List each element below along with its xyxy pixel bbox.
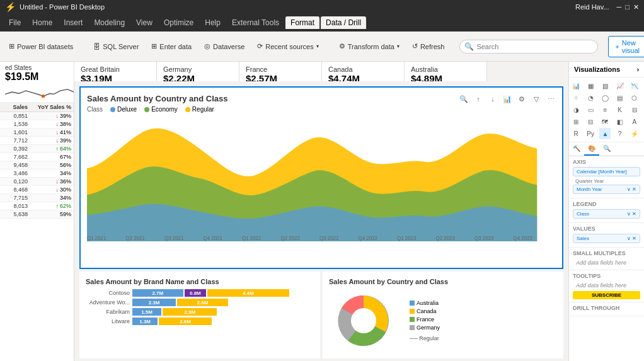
menu-item-modeling[interactable]: Modeling	[89, 16, 130, 29]
viz-icon-smart[interactable]: ⚡	[629, 128, 640, 139]
menu-item-data-drill[interactable]: Data / Drill	[321, 16, 366, 29]
viz-icon-slicer[interactable]: ⊟	[629, 104, 640, 115]
menu-item-format[interactable]: Format	[285, 16, 319, 29]
viz-icon-filled-map[interactable]: ◧	[614, 116, 626, 127]
sql-server-btn[interactable]: 🗄 SQL Server	[88, 40, 144, 53]
viz-icon-area-active[interactable]: ▲	[599, 128, 611, 139]
viz-icon-stacked-bar[interactable]: ▦	[585, 80, 596, 91]
transform-data-btn[interactable]: ⚙ Transform data ▾	[334, 40, 405, 53]
values-chevron[interactable]: ∨	[627, 236, 631, 241]
chart-more-btn[interactable]: ⋯	[544, 93, 557, 105]
country-card-gb[interactable]: Great Britain $3.19M	[74, 62, 157, 81]
svg-text:Q1 2022: Q1 2022	[242, 236, 262, 241]
area-chart-svg: Q1 2021 Q2 2021 Q3 2021 Q4 2021 Q1 2022 …	[87, 115, 556, 241]
refresh-btn[interactable]: ↺ Refresh	[407, 40, 450, 53]
legend-item-deluxe: Deluxe	[110, 106, 137, 113]
country-card-fr[interactable]: France $2.57M	[239, 62, 322, 81]
legend-label-economy: Economy	[151, 106, 178, 113]
chart-filter-btn[interactable]: ⚙	[515, 93, 528, 105]
viz-small-multiples-add[interactable]: Add data fields here	[573, 258, 640, 267]
pie-chart[interactable]: Sales Amount by Country and Class	[323, 272, 563, 358]
country-card-au-name: Australia	[411, 66, 480, 73]
bar-label: Contoso	[86, 290, 130, 296]
app-icon: ⚡	[5, 2, 16, 12]
viz-tab-format[interactable]: 🎨	[584, 142, 599, 156]
menu-item-external-tools[interactable]: External Tools	[227, 16, 284, 29]
chart-up-btn[interactable]: ↑	[472, 93, 485, 105]
viz-icon-donut[interactable]: ◯	[599, 92, 611, 103]
new-visual-btn[interactable]: + New visual	[608, 36, 644, 57]
country-card-de[interactable]: Germany $2.22M	[157, 62, 239, 81]
axis-chevron-down[interactable]: ∨	[627, 186, 631, 192]
legend-x-btn[interactable]: ✕	[632, 211, 636, 217]
bar-seg-deluxe: 1.5M	[132, 308, 161, 316]
viz-icon-funnel[interactable]: ⬡	[629, 92, 640, 103]
viz-axis-calendar-field[interactable]: Calendar [Month Year]	[573, 167, 640, 176]
viz-icon-100-bar[interactable]: ▧	[599, 80, 611, 91]
bar-chart[interactable]: Sales Amount by Brand Name and Class Con…	[79, 272, 320, 358]
menu-item-insert[interactable]: Insert	[59, 16, 88, 29]
country-card-ca[interactable]: Canada $4.74M	[322, 62, 405, 81]
viz-panel-collapse-icon[interactable]: ›	[637, 66, 639, 73]
legend-chevron[interactable]: ∨	[627, 211, 631, 217]
menu-item-help[interactable]: Help	[200, 16, 226, 29]
legend-dot-economy	[144, 107, 149, 112]
viz-icon-bar[interactable]: 📊	[570, 80, 582, 91]
viz-icon-kpi[interactable]: K	[614, 104, 626, 115]
main-chart[interactable]: Sales Amount by Country and Class Class …	[79, 86, 563, 269]
menu-item-file[interactable]: File	[4, 16, 26, 29]
axis-x-btn[interactable]: ✕	[632, 186, 636, 192]
power-bi-datasets-btn[interactable]: ⊞ Power BI datasets	[4, 40, 78, 53]
viz-icon-qna[interactable]: ?	[614, 128, 626, 139]
viz-legend-class-field[interactable]: Class ∨ ✕	[573, 209, 640, 219]
viz-icon-py-visual[interactable]: Py	[585, 128, 596, 139]
menu-item-optimize[interactable]: Optimize	[159, 16, 198, 29]
pie-legend-item: Canada	[410, 308, 440, 314]
viz-icon-card[interactable]: ▭	[585, 104, 596, 115]
svg-text:Q2 2022: Q2 2022	[281, 236, 301, 241]
ribbon: ⊞ Power BI datasets 🗄 SQL Server ⊞ Enter…	[0, 32, 644, 62]
pie-legend-label: Germany	[417, 324, 440, 331]
viz-icon-matrix[interactable]: ⊟	[585, 116, 596, 127]
close-btn[interactable]: ✕	[633, 3, 639, 11]
viz-values-sales-field[interactable]: Sales ∨ ✕	[573, 234, 640, 243]
search-input[interactable]	[459, 40, 598, 54]
chart-down-btn[interactable]: ↓	[486, 93, 499, 105]
bar-container: 1.5M 2.9M	[132, 308, 314, 316]
viz-icon-table[interactable]: ⊞	[570, 116, 582, 127]
table-row: 3,486 34%	[0, 169, 74, 178]
viz-icon-treemap[interactable]: ▤	[614, 92, 626, 103]
viz-tab-analytics[interactable]: 🔍	[599, 142, 614, 156]
sales-val: 0,851	[3, 113, 30, 119]
menu-item-home[interactable]: Home	[27, 16, 57, 29]
viz-icon-pie[interactable]: ◔	[585, 92, 596, 103]
viz-icon-r-visual[interactable]: R	[570, 128, 582, 139]
viz-icon-scatter[interactable]: ⁘	[570, 92, 582, 103]
country-card-au[interactable]: Australia $4.89M	[405, 62, 487, 81]
viz-tooltips-add[interactable]: Add data fields here	[573, 281, 640, 290]
table-row: 7,712 ↓39%	[0, 137, 74, 145]
recent-sources-btn[interactable]: ⟳ Recent sources ▾	[252, 40, 323, 53]
bar-seg-regular: 2.8M	[177, 299, 228, 306]
menu-item-view[interactable]: View	[131, 16, 158, 29]
viz-icon-map[interactable]: 🗺	[599, 116, 611, 127]
viz-tab-build[interactable]: 🔨	[569, 142, 584, 156]
values-controls: ∨ ✕	[627, 236, 636, 241]
app-title: Untitled - Power BI Desktop	[20, 3, 105, 11]
viz-icon-multi-row[interactable]: ≡	[599, 104, 611, 115]
chart-funnel-btn[interactable]: ▽	[530, 93, 543, 105]
values-x-btn[interactable]: ✕	[632, 236, 636, 241]
legend-dot-deluxe	[110, 107, 115, 112]
viz-icon-az-map[interactable]: A	[629, 116, 640, 127]
viz-icon-line[interactable]: 📈	[614, 80, 626, 91]
viz-icon-area[interactable]: 📉	[629, 80, 640, 91]
chart-bar-btn[interactable]: 📊	[501, 93, 514, 105]
viz-icon-gauge[interactable]: ◑	[570, 104, 582, 115]
right-panel: Visualizations › 📊 ▦ ▧ 📈 📉 ⁘ ◔ ◯ ▤ ⬡ ◑ ▭	[568, 62, 644, 361]
viz-axis-month-year[interactable]: Month Year ∨ ✕	[573, 185, 640, 194]
enter-data-btn[interactable]: ⊞ Enter data	[146, 40, 197, 53]
dataverse-btn[interactable]: ◎ Dataverse	[199, 40, 250, 53]
maximize-btn[interactable]: □	[625, 3, 630, 11]
chart-search-btn[interactable]: 🔍	[457, 93, 470, 105]
minimize-btn[interactable]: ─	[617, 3, 622, 11]
